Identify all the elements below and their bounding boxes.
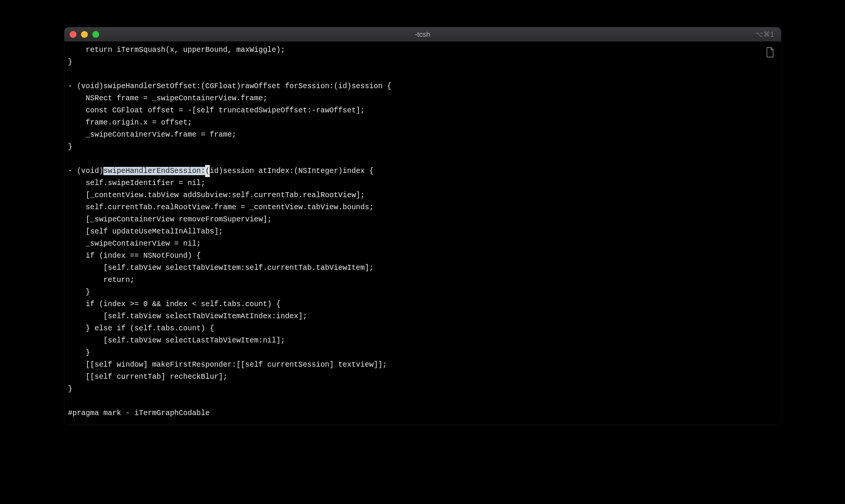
keyboard-shortcut-hint: ⌥⌘1: [755, 30, 774, 39]
code-before-highlight: return iTermSquash(x, upperBound, maxWig…: [68, 46, 391, 175]
code-text[interactable]: return iTermSquash(x, upperBound, maxWig…: [68, 44, 777, 419]
document-icon[interactable]: [766, 47, 774, 58]
text-cursor: (: [205, 165, 210, 177]
code-after-highlight: id)session atIndex:(NSInteger)index { se…: [68, 167, 387, 417]
terminal-window: -tcsh ⌥⌘1 return iTermSquash(x, upperBou…: [64, 27, 781, 425]
search-highlight: swipeHandlerEndSession:: [103, 167, 205, 175]
terminal-content[interactable]: return iTermSquash(x, upperBound, maxWig…: [64, 42, 781, 425]
window-title: -tcsh: [64, 30, 781, 39]
titlebar[interactable]: -tcsh ⌥⌘1: [64, 27, 781, 42]
